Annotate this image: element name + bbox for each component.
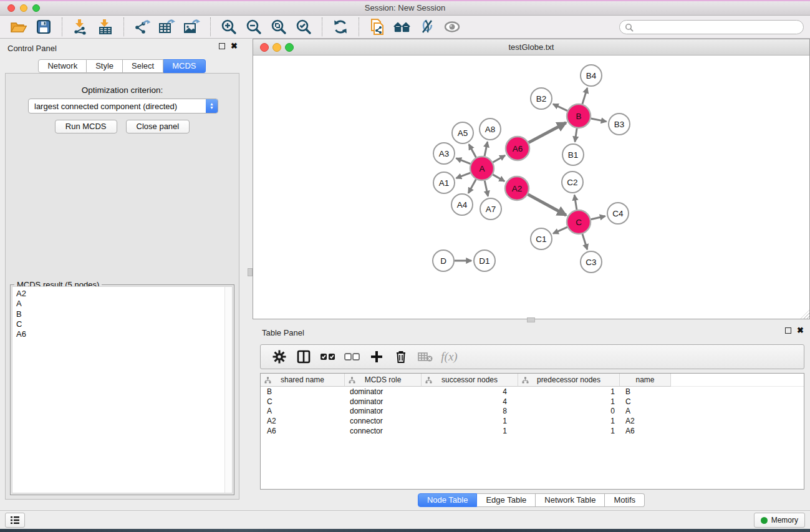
chevron-up-down-icon: ▲▼	[206, 99, 218, 113]
graph-node-label: B1	[568, 150, 579, 160]
zoom-in-icon[interactable]	[216, 17, 241, 37]
delete-column-icon[interactable]	[388, 346, 413, 367]
close-panel-icon[interactable]: ✖	[231, 43, 238, 49]
eye-icon[interactable]	[440, 17, 465, 37]
graph-edge-A2-C[interactable]	[528, 195, 566, 215]
mcds-result-item[interactable]: A6	[12, 329, 232, 339]
graph-edge-A-A4[interactable]	[468, 180, 476, 193]
show-columns-icon[interactable]	[291, 346, 316, 367]
mcds-result-item[interactable]: B	[12, 309, 232, 319]
run-mcds-button[interactable]: Run MCDS	[55, 120, 117, 133]
table-row[interactable]: A6connector11A6	[261, 426, 804, 436]
node-table[interactable]: shared nameMCDS rolesuccessor nodesprede…	[260, 373, 804, 490]
tab-motifs[interactable]: Motifs	[605, 493, 645, 507]
zoom-out-icon[interactable]	[241, 17, 266, 37]
export-image-icon[interactable]	[180, 17, 205, 37]
network-graph[interactable]: B4B2BB3A5A8A6A3B1AA1C2A2A4A7C4CC1C3DD1	[253, 56, 809, 319]
minimize-window-button[interactable]	[20, 4, 27, 12]
toolbar-separator	[210, 17, 211, 36]
float-panel-icon[interactable]	[219, 43, 225, 49]
graph-edge-B-B2[interactable]	[553, 104, 567, 111]
mcds-result-list[interactable]: A2ABCA6	[12, 286, 233, 493]
network-canvas[interactable]: B4B2BB3A5A8A6A3B1AA1C2A2A4A7C4CC1C3DD1	[253, 56, 809, 319]
graph-edge-C-C1[interactable]	[553, 227, 567, 233]
minimize-network-button[interactable]	[272, 43, 281, 52]
desktop-background	[0, 529, 810, 532]
zoom-selected-icon[interactable]	[291, 17, 316, 37]
add-column-icon[interactable]	[364, 346, 388, 367]
deselect-all-icon[interactable]	[340, 346, 364, 367]
zoom-window-button[interactable]	[32, 4, 40, 12]
graph-edge-B-B4[interactable]	[582, 88, 587, 104]
graph-edge-C-C2[interactable]	[574, 195, 577, 210]
scrollbar[interactable]	[224, 287, 232, 493]
graph-edge-A-A2[interactable]	[493, 175, 504, 181]
table-panel: Table Panel ✖ f(x) shared nameMCDS ro	[253, 323, 810, 510]
export-network-icon[interactable]	[130, 17, 155, 37]
graph-edge-A-A5[interactable]	[469, 144, 476, 157]
task-history-button[interactable]	[5, 513, 25, 528]
column-header-name[interactable]: name	[620, 374, 671, 387]
save-session-icon[interactable]	[31, 17, 56, 37]
graph-edge-C-C4[interactable]	[591, 216, 605, 220]
column-header-successor-nodes[interactable]: successor nodes	[422, 374, 518, 387]
column-header-MCDS-role[interactable]: MCDS role	[345, 374, 422, 387]
refresh-icon[interactable]	[328, 17, 353, 37]
tab-network-table[interactable]: Network Table	[536, 493, 605, 507]
graph-node-label: A1	[439, 178, 450, 188]
graph-edge-A6-B[interactable]	[529, 123, 566, 143]
graph-edge-B-B1[interactable]	[575, 128, 577, 142]
function-builder-icon[interactable]: f(x)	[437, 346, 461, 367]
column-header-shared-name[interactable]: shared name	[261, 374, 345, 387]
mcds-result-item[interactable]: C	[12, 319, 232, 329]
tab-select[interactable]: Select	[123, 59, 163, 73]
hide-graphics-details-icon[interactable]	[415, 17, 440, 37]
tab-style[interactable]: Style	[87, 59, 123, 73]
float-panel-icon[interactable]	[785, 327, 791, 334]
graph-edge-A-A7[interactable]	[485, 181, 488, 196]
mcds-result-item[interactable]: A	[12, 299, 232, 309]
graph-edge-B-B3[interactable]	[591, 118, 607, 122]
table-settings-gear-icon[interactable]	[267, 346, 291, 367]
toolbar-separator	[62, 17, 62, 36]
tab-node-table[interactable]: Node Table	[418, 493, 478, 507]
tab-mcds[interactable]: MCDS	[163, 59, 205, 73]
memory-button[interactable]: Memory	[754, 513, 805, 528]
clone-network-icon[interactable]	[365, 17, 390, 37]
table-row[interactable]: Bdominator41B	[261, 387, 804, 397]
graph-edge-A-A6[interactable]	[493, 155, 505, 162]
zoom-fit-icon[interactable]	[266, 17, 291, 37]
export-table-icon[interactable]	[155, 17, 180, 37]
close-window-button[interactable]	[7, 4, 15, 12]
control-panel-title: Control Panel	[7, 44, 57, 53]
column-header-predecessor-nodes[interactable]: predecessor nodes	[518, 374, 620, 387]
import-network-icon[interactable]	[68, 17, 93, 37]
import-table-icon[interactable]	[93, 17, 118, 37]
splitter-handle[interactable]	[527, 317, 535, 322]
show-all-networks-icon[interactable]	[390, 17, 415, 37]
close-panel-icon[interactable]: ✖	[797, 327, 804, 334]
close-network-button[interactable]	[260, 43, 269, 52]
table-row[interactable]: Adominator80A	[261, 407, 804, 417]
select-all-icon[interactable]	[316, 346, 340, 367]
graph-edge-A-A8[interactable]	[485, 142, 488, 157]
close-panel-button[interactable]: Close panel	[126, 120, 190, 133]
tab-network[interactable]: Network	[38, 59, 87, 73]
graph-edge-A-A1[interactable]	[456, 173, 471, 178]
splitter-handle[interactable]	[248, 268, 253, 276]
criterion-select[interactable]: largest connected component (directed) ▲…	[28, 99, 218, 114]
tab-edge-table[interactable]: Edge Table	[477, 493, 536, 507]
zoom-network-button[interactable]	[285, 43, 294, 52]
table-cell: A6	[261, 427, 345, 435]
network-window-titlebar[interactable]: testGlobe.txt	[253, 39, 809, 56]
table-row[interactable]: A2connector11A2	[261, 416, 804, 426]
graph-edge-C-C3[interactable]	[582, 234, 587, 249]
search-input[interactable]	[619, 20, 804, 34]
graph-edge-A-A3[interactable]	[456, 158, 471, 164]
delete-table-icon[interactable]	[413, 346, 437, 367]
mcds-result-item[interactable]: A2	[12, 289, 232, 299]
table-cell: dominator	[345, 387, 422, 396]
table-row[interactable]: Cdominator41C	[261, 397, 804, 407]
graph-node-label: A8	[485, 125, 496, 134]
open-file-icon[interactable]	[6, 17, 31, 37]
